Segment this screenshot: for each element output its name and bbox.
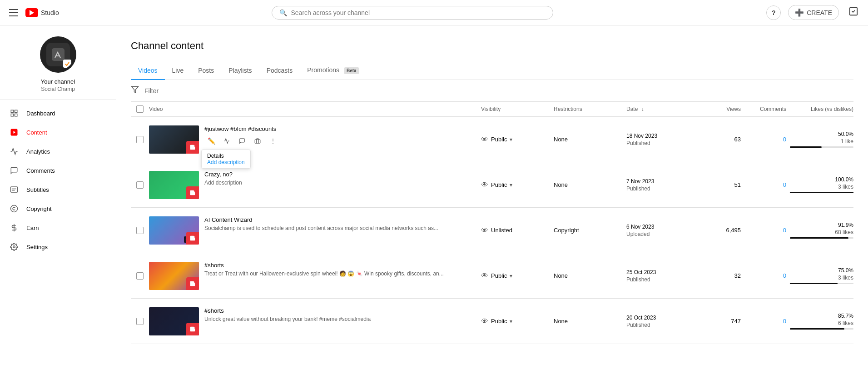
row4-video-col: #shorts Treat or Treat with our Hallowee… xyxy=(149,262,481,290)
page-title: Channel content xyxy=(131,40,853,52)
row1-title: #justwow #bfcm #discounts xyxy=(204,125,476,132)
row1-checkbox[interactable] xyxy=(136,136,144,143)
row5-thumbnail[interactable] xyxy=(149,307,199,335)
select-all-checkbox[interactable] xyxy=(136,105,144,113)
row1-comments-button[interactable] xyxy=(235,134,249,148)
row1-monetize-button[interactable] xyxy=(251,134,264,148)
row4-visibility: 👁 Public ▾ xyxy=(481,272,554,280)
tab-posts[interactable]: Posts xyxy=(191,61,221,80)
svg-point-13 xyxy=(13,246,15,248)
row1-details-tooltip: Details Add description xyxy=(201,150,251,169)
earn-icon xyxy=(9,223,19,233)
visibility-col-header: Visibility xyxy=(481,106,554,112)
sidebar-item-copyright[interactable]: Copyright xyxy=(0,199,116,218)
svg-rect-3 xyxy=(15,110,17,112)
tab-podcasts[interactable]: Podcasts xyxy=(259,61,300,80)
row3-checkbox[interactable] xyxy=(136,227,144,234)
row5-comments[interactable]: 0 xyxy=(744,318,790,325)
row1-actions: ✏️ ⋮ xyxy=(204,134,476,148)
row1-likes-bar-fill xyxy=(790,146,822,148)
row3-likes-bar-fill xyxy=(790,237,848,239)
filter-icon xyxy=(131,85,139,96)
tab-live[interactable]: Live xyxy=(165,61,191,80)
row3-description: Socialchamp is used to schedule and post… xyxy=(204,225,476,231)
row1-comments[interactable]: 0 xyxy=(744,136,790,143)
row3-likes-bar xyxy=(790,237,853,239)
filter-label[interactable]: Filter xyxy=(144,87,159,95)
row5-visibility-chevron[interactable]: ▾ xyxy=(510,318,512,325)
row5-likes-bar-fill xyxy=(790,328,844,330)
menu-button[interactable] xyxy=(7,7,20,18)
row2-comments[interactable]: 0 xyxy=(744,181,790,188)
row4-likes: 75.0% 3 likes xyxy=(790,267,853,284)
row4-likes-bar xyxy=(790,283,853,284)
sidebar-item-comments[interactable]: Comments xyxy=(0,161,116,180)
row3-date: 6 Nov 2023 Uploaded xyxy=(626,224,699,237)
row1-add-description[interactable]: Add description xyxy=(207,159,245,165)
row1-edit-button[interactable]: ✏️ xyxy=(204,134,218,148)
nav-items: Dashboard Content Analytics Comments Sub… xyxy=(0,100,116,260)
table-row: #justwow #bfcm #discounts ✏️ ⋮ xyxy=(131,117,853,162)
row1-thumbnail[interactable] xyxy=(149,125,199,154)
row5-visibility: 👁 Public ▾ xyxy=(481,317,554,325)
row4-date: 25 Oct 2023 Published xyxy=(626,269,699,283)
row3-comments[interactable]: 0 xyxy=(744,227,790,234)
table-header: Video Visibility Restrictions Date ↓ Vie… xyxy=(131,102,853,117)
table-row: 0:21 AI Content Wizard Socialchamp is us… xyxy=(131,208,853,253)
sidebar-item-dashboard[interactable]: Dashboard xyxy=(0,104,116,123)
row5-checkbox[interactable] xyxy=(136,318,144,325)
tab-playlists[interactable]: Playlists xyxy=(221,61,259,80)
sidebar-item-content[interactable]: Content xyxy=(0,123,116,142)
search-input[interactable] xyxy=(291,9,546,16)
settings-icon xyxy=(9,242,19,252)
row2-checkbox[interactable] xyxy=(136,181,144,189)
content-icon xyxy=(9,127,19,137)
row5-views: 747 xyxy=(699,318,744,325)
search-box: 🔍 xyxy=(272,6,553,20)
row4-description: Treat or Treat with our Halloween-exclus… xyxy=(204,270,476,277)
svg-rect-8 xyxy=(11,187,18,192)
notification-button[interactable] xyxy=(846,5,861,20)
svg-marker-14 xyxy=(132,86,139,93)
row4-visibility-chevron[interactable]: ▾ xyxy=(510,273,512,279)
copyright-label: Copyright xyxy=(26,205,52,212)
row1-more-button[interactable]: ⋮ xyxy=(266,134,280,148)
row1-visibility-chevron[interactable]: ▾ xyxy=(510,136,512,143)
row2-video-info: Crazy, no? Add description xyxy=(204,171,476,190)
row1-checkbox-col xyxy=(131,136,149,143)
date-col-header[interactable]: Date ↓ xyxy=(626,106,699,112)
row3-visibility-label: Unlisted xyxy=(491,227,512,234)
sidebar-item-earn[interactable]: Earn xyxy=(0,218,116,237)
row4-checkbox[interactable] xyxy=(136,272,144,280)
row4-comments[interactable]: 0 xyxy=(744,272,790,279)
tab-promotions[interactable]: Promotions Beta xyxy=(300,61,366,80)
row3-video-col: 0:21 AI Content Wizard Socialchamp is us… xyxy=(149,216,481,245)
youtube-studio-logo[interactable]: Studio xyxy=(25,8,59,17)
row4-views: 32 xyxy=(699,272,744,279)
row3-thumbnail[interactable]: 0:21 xyxy=(149,216,199,245)
channel-avatar[interactable] xyxy=(40,36,76,73)
select-all-checkbox-col xyxy=(131,105,149,113)
help-button[interactable]: ? xyxy=(766,5,781,20)
content-label: Content xyxy=(26,129,47,136)
tab-videos[interactable]: Videos xyxy=(131,61,165,80)
sidebar-item-analytics[interactable]: Analytics xyxy=(0,142,116,161)
create-button[interactable]: ➕ CREATE xyxy=(788,5,839,20)
row2-thumbnail[interactable] xyxy=(149,171,199,199)
earn-label: Earn xyxy=(26,225,39,231)
notification-icon xyxy=(848,6,858,19)
channel-info: Your channel Social Champ xyxy=(0,25,116,100)
header-right: ? ➕ CREATE xyxy=(766,5,861,20)
sidebar-item-settings[interactable]: Settings xyxy=(0,237,116,256)
studio-label: Studio xyxy=(41,9,59,16)
row5-restrictions: None xyxy=(554,318,626,325)
row1-analytics-button[interactable] xyxy=(220,134,233,148)
sidebar-item-subtitles[interactable]: Subtitles xyxy=(0,180,116,199)
row2-visibility-chevron[interactable]: ▾ xyxy=(510,182,512,188)
content-tabs: Videos Live Posts Playlists Podcasts Pro… xyxy=(131,61,853,80)
table-row: #shorts Unlock great value without break… xyxy=(131,299,853,344)
table-row: #shorts Treat or Treat with our Hallowee… xyxy=(131,253,853,299)
views-col-header: Views xyxy=(699,106,744,112)
row4-thumbnail[interactable] xyxy=(149,262,199,290)
row5-date: 20 Oct 2023 Published xyxy=(626,315,699,328)
